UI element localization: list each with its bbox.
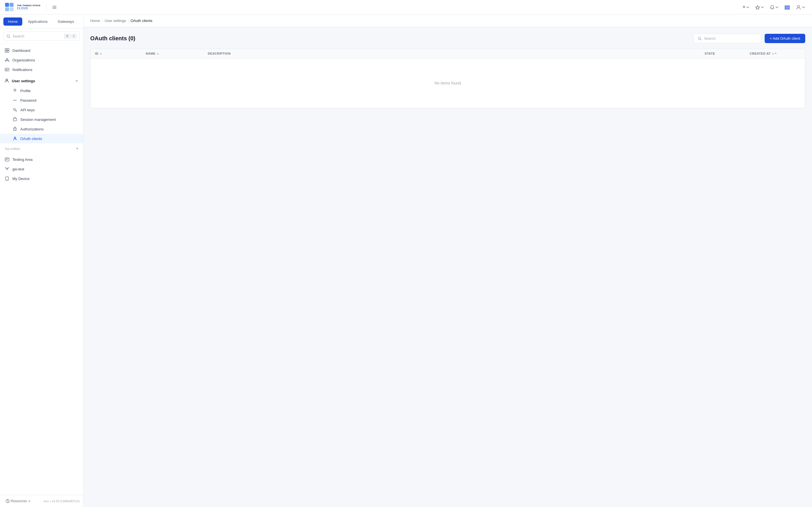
svg-point-20	[6, 79, 8, 81]
notifications-chevron-icon	[775, 6, 779, 9]
svg-rect-19	[5, 68, 9, 71]
profile-icon	[12, 88, 17, 93]
column-id[interactable]: ID ▲	[95, 52, 146, 55]
sidebar-item-organizations[interactable]: Organizations	[0, 55, 83, 65]
page-title: OAuth clients (0)	[90, 35, 135, 42]
sidebar-toggle-button[interactable]	[50, 3, 59, 11]
column-created-at[interactable]: CREATED AT ▲▼	[750, 52, 801, 55]
top-entities-list: Testing Area gw-test My Device	[0, 153, 83, 185]
svg-point-23	[13, 100, 14, 101]
sidebar-item-testing-area[interactable]: Testing Area	[0, 155, 83, 164]
sidebar-search-placeholder: Search	[13, 34, 62, 38]
sidebar-main-menu: Dashboard Organizations Notifications	[0, 44, 83, 76]
add-button[interactable]: +	[740, 3, 752, 12]
breadcrumb-home[interactable]: Home	[90, 18, 100, 23]
topbar: THE THINGS STACK CLOUD +	[0, 0, 812, 15]
shortcut-cmd: ⌘	[64, 34, 70, 39]
sidebar-icon	[52, 5, 57, 10]
search-placeholder: Search	[704, 36, 716, 41]
sidebar-bottom: Resources eu1 • v3.32.0.b96e907c31	[0, 495, 83, 507]
svg-rect-7	[785, 6, 790, 7]
sidebar-search-box[interactable]: Search ⌘ K	[3, 32, 80, 41]
top-entities-label: Top entities	[4, 147, 20, 151]
device-icon	[4, 176, 10, 181]
svg-point-25	[16, 100, 17, 101]
svg-rect-15	[7, 51, 9, 52]
sidebar-item-gw-test[interactable]: gw-test	[0, 164, 83, 174]
table-empty-state: No items found	[91, 58, 805, 108]
sidebar-item-notifications[interactable]: Notifications	[0, 65, 83, 74]
top-entities-header: Top entities +	[0, 144, 83, 153]
api-keys-label: API keys	[20, 108, 35, 112]
tab-home[interactable]: Home	[3, 17, 22, 25]
bookmarks-chevron-icon	[761, 6, 764, 9]
breadcrumb-sep-2: ›	[128, 18, 129, 23]
sidebar-item-oauth-clients[interactable]: OAuth clients	[0, 134, 83, 144]
logo: THE THINGS STACK CLOUD	[4, 2, 41, 12]
user-settings-children: Profile Password API keys	[0, 86, 83, 144]
svg-rect-8	[785, 7, 790, 8]
cluster-button[interactable]	[782, 3, 792, 12]
svg-rect-9	[785, 8, 790, 10]
svg-rect-0	[5, 3, 9, 7]
tab-applications[interactable]: Applications	[23, 17, 52, 25]
header-actions: Search + Add OAuth client	[694, 34, 805, 43]
logo-text: THE THINGS STACK CLOUD	[17, 4, 41, 10]
oauth-clients-table: ID ▲ NAME ▲ DESCRIPTION STATE CREATED AT	[90, 49, 805, 108]
search-input[interactable]: Search	[694, 34, 761, 43]
svg-point-22	[14, 89, 16, 91]
sort-icon-name: ▲	[157, 52, 159, 55]
breadcrumb-sep-1: ›	[102, 18, 103, 23]
sidebar-item-dashboard[interactable]: Dashboard	[0, 46, 83, 55]
sort-icon-id: ▲	[100, 52, 102, 55]
sidebar-item-api-keys[interactable]: API keys	[0, 105, 83, 115]
svg-point-30	[14, 137, 16, 138]
column-name[interactable]: NAME ▲	[146, 52, 208, 55]
tab-gateways[interactable]: Gateways	[53, 17, 79, 25]
resources-icon	[6, 499, 10, 503]
user-settings-icon	[4, 78, 9, 83]
organizations-label: Organizations	[12, 58, 35, 62]
topbar-right: +	[740, 3, 808, 12]
sidebar: Home Applications Gateways Search ⌘ K Da…	[0, 15, 84, 507]
topbar-divider	[46, 4, 47, 11]
my-device-label: My Device	[12, 177, 30, 181]
user-chevron-icon	[802, 6, 805, 9]
sidebar-item-profile[interactable]: Profile	[0, 86, 83, 96]
resources-chevron-icon	[28, 500, 31, 503]
resources-label: Resources	[11, 499, 27, 503]
user-settings-header[interactable]: User settings	[0, 76, 83, 86]
breadcrumb-current: OAuth clients	[131, 18, 152, 23]
password-label: Password	[20, 98, 36, 103]
sort-icon-created: ▲▼	[772, 52, 777, 55]
svg-point-33	[7, 169, 8, 170]
svg-point-35	[7, 179, 7, 180]
sidebar-user-settings-group: User settings Profile Password	[0, 76, 83, 144]
svg-point-18	[8, 60, 9, 61]
notifications-sidebar-icon	[4, 67, 10, 72]
bell-icon	[770, 5, 775, 10]
sidebar-item-session-management[interactable]: Session management	[0, 115, 83, 124]
bookmarks-button[interactable]	[753, 3, 766, 11]
sidebar-item-authorizations[interactable]: Authorizations	[0, 124, 83, 134]
svg-point-24	[15, 100, 15, 101]
top-entities-add-button[interactable]: +	[75, 146, 79, 151]
notifications-button[interactable]	[767, 3, 781, 11]
sidebar-item-my-device[interactable]: My Device	[0, 174, 83, 183]
breadcrumb-user-settings[interactable]: User settings	[105, 18, 126, 23]
organizations-icon	[4, 57, 10, 62]
profile-label: Profile	[20, 89, 31, 93]
svg-rect-27	[13, 118, 17, 121]
add-oauth-client-button[interactable]: + Add OAuth client	[765, 34, 805, 43]
version-info: eu1 • v3.32.0.b96e907c31	[44, 499, 80, 503]
resources-button[interactable]: Resources	[3, 498, 33, 504]
notifications-label: Notifications	[12, 68, 33, 72]
svg-rect-1	[10, 3, 13, 7]
user-button[interactable]	[794, 3, 808, 12]
user-settings-label: User settings	[12, 79, 72, 83]
user-settings-chevron-icon	[75, 79, 79, 83]
svg-rect-13	[7, 48, 9, 50]
shortcut-k: K	[71, 34, 77, 39]
password-icon	[12, 98, 17, 103]
sidebar-item-password[interactable]: Password	[0, 96, 83, 105]
